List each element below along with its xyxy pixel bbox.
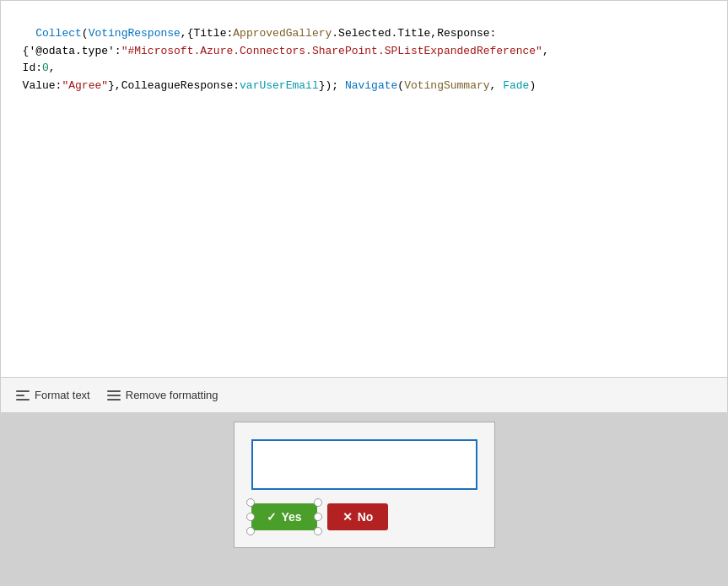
remove-formatting-button[interactable]: Remove formatting: [99, 384, 227, 406]
voting-response-var: VotingResponse: [89, 27, 181, 40]
id-value: 0: [42, 62, 49, 74]
yes-button-wrapper: ✓ Yes: [251, 503, 317, 530]
format-text-label: Format text: [35, 389, 90, 401]
no-label: No: [358, 510, 374, 524]
yes-button[interactable]: ✓ Yes: [251, 503, 317, 530]
dialog-box: ✓ Yes ✕ No: [234, 422, 495, 548]
dialog-input[interactable]: [251, 439, 477, 490]
remove-formatting-label: Remove formatting: [126, 389, 218, 401]
var-user-email: varUserEmail: [240, 79, 319, 92]
x-icon: ✕: [342, 510, 353, 524]
yes-label: Yes: [282, 510, 302, 524]
no-button[interactable]: ✕ No: [327, 503, 389, 530]
bottom-panel: ✓ Yes ✕ No: [0, 413, 728, 586]
fade-var: Fade: [503, 79, 529, 92]
code-editor[interactable]: Collect(VotingResponse,{Title:ApprovedGa…: [1, 1, 727, 377]
approved-gallery-var: ApprovedGallery: [233, 27, 332, 40]
agree-string: "Agree": [62, 79, 108, 92]
collect-keyword: Collect: [35, 27, 82, 40]
format-text-icon: [16, 390, 30, 401]
navigate-keyword: Navigate: [345, 79, 397, 92]
format-text-button[interactable]: Format text: [8, 384, 99, 406]
remove-formatting-icon: [107, 390, 121, 401]
odata-type-string: "#Microsoft.Azure.Connectors.SharePoint.…: [121, 45, 542, 57]
dialog-buttons: ✓ Yes ✕ No: [251, 503, 477, 530]
check-icon: ✓: [267, 510, 277, 524]
code-panel: Collect(VotingResponse,{Title:ApprovedGa…: [0, 0, 728, 413]
toolbar: Format text Remove formatting: [1, 377, 727, 412]
voting-summary-var: VotingSummary: [404, 79, 489, 92]
